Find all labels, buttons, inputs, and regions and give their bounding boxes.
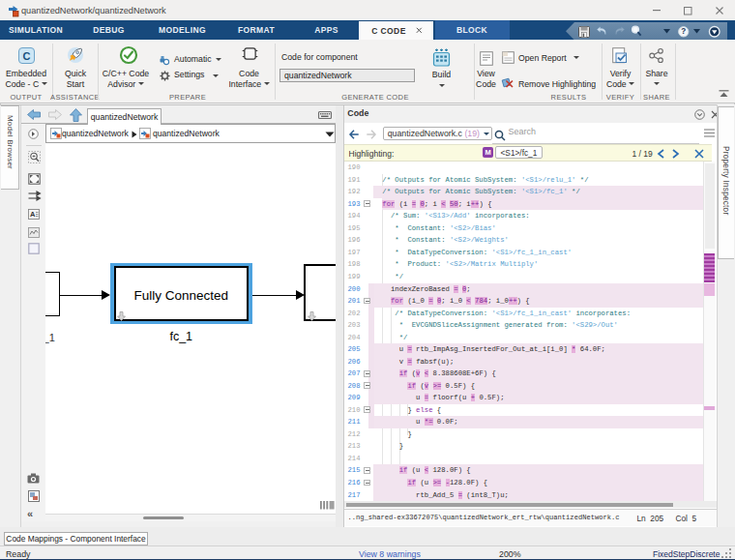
svg-text:?: ? <box>681 27 686 36</box>
svg-text:A: A <box>30 210 36 219</box>
svg-text:C: C <box>23 50 31 62</box>
